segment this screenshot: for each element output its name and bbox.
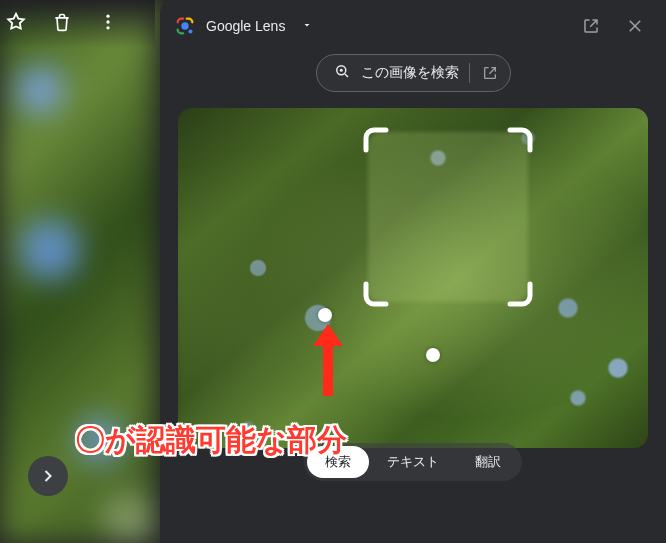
crop-corner-tl[interactable] [362,126,390,154]
open-in-new-icon[interactable] [480,63,500,83]
close-icon[interactable] [618,9,652,43]
crop-highlight [368,132,528,302]
lens-image-stage[interactable] [178,108,648,448]
svg-point-4 [188,29,192,33]
search-this-image-label: この画像を検索 [361,64,459,82]
crop-corner-tr[interactable] [506,126,534,154]
crop-frame[interactable] [368,132,528,302]
more-icon[interactable] [96,10,120,34]
detection-dot[interactable] [426,348,440,362]
next-photo-button[interactable] [28,456,68,496]
svg-point-3 [181,22,188,29]
background-photo-left [0,0,155,543]
lens-title[interactable]: Google Lens [206,18,285,34]
pill-divider [469,63,470,83]
svg-point-0 [106,15,109,18]
annotation-text: 〇が認識可能な部分 [75,420,347,461]
lens-header: Google Lens [160,0,666,52]
svg-point-1 [106,20,109,23]
annotation-arrow-icon [308,318,348,402]
svg-point-6 [339,69,342,72]
open-in-new-icon[interactable] [574,9,608,43]
star-icon[interactable] [4,10,28,34]
google-lens-logo-icon [174,15,196,37]
google-lens-panel: Google Lens この画像を検索 [160,0,666,543]
svg-point-2 [106,26,109,29]
chevron-right-icon [38,466,58,486]
chevron-down-icon[interactable] [301,17,313,35]
trash-icon[interactable] [50,10,74,34]
crop-corner-bl[interactable] [362,280,390,308]
photo-top-toolbar [0,10,120,34]
lens-search-icon [333,62,351,84]
crop-corner-br[interactable] [506,280,534,308]
segment-translate[interactable]: 翻訳 [457,446,519,478]
action-row: この画像を検索 [160,54,666,92]
segment-text[interactable]: テキスト [369,446,457,478]
search-this-image-button[interactable]: この画像を検索 [316,54,511,92]
